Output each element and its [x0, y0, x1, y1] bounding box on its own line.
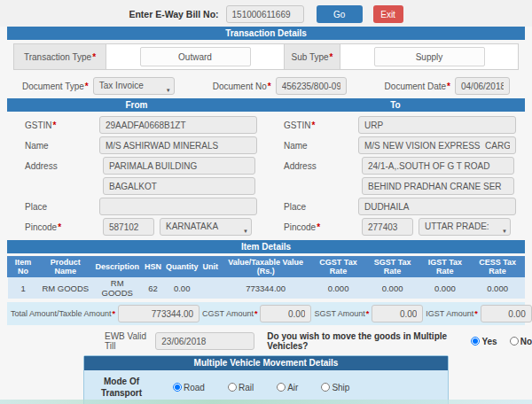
yes-radio[interactable] — [471, 337, 480, 346]
from-pincode-input[interactable] — [103, 218, 154, 236]
to-place-input[interactable] — [358, 198, 516, 215]
to-section: GSTIN Name Address Place Pincode — [266, 114, 525, 238]
from-to-columns: GSTIN Name Address Place Pincode — [7, 114, 525, 238]
to-state-select[interactable]: UTTAR PRADE: — [419, 218, 511, 236]
transaction-details-header: Transaction Details — [7, 27, 525, 40]
ewb-valid-row: EWB Valid Till Do you wish to move the g… — [105, 331, 532, 351]
sub-type-value: Supply — [374, 47, 485, 66]
mode-of-transport-label: Mode Of Transport — [93, 376, 150, 399]
mode-ship-option[interactable]: Ship — [321, 383, 349, 392]
rail-radio[interactable] — [228, 383, 237, 392]
from-address1-input[interactable] — [103, 157, 255, 175]
to-address-label: Address — [284, 161, 362, 171]
igst-amount-label: IGST Amount — [426, 309, 477, 318]
to-address1-input[interactable] — [362, 157, 514, 175]
total-amount-label: Total Amount/Taxble Amount — [11, 309, 115, 318]
sgst-amount-label: SGST Amount — [314, 309, 369, 318]
total-amount-input[interactable] — [118, 305, 200, 322]
to-name-input[interactable] — [358, 136, 516, 154]
transaction-type-value: Outward — [140, 47, 251, 66]
mode-of-transport-row: Mode Of Transport Road Rail Air Ship — [84, 370, 448, 400]
no-radio[interactable] — [510, 337, 519, 346]
col-product-name: Product Name — [39, 257, 93, 277]
multiple-vehicle-header: Multiple Vehicle Movement Details — [84, 356, 448, 370]
mode-road-option[interactable]: Road — [173, 383, 205, 392]
ewb-no-input[interactable] — [226, 5, 304, 23]
col-item-no: Item No — [8, 257, 39, 277]
multiple-vehicle-panel: Multiple Vehicle Movement Details Mode O… — [83, 355, 449, 404]
sgst-amount-input[interactable] — [372, 305, 423, 322]
multi-vehicle-question: Do you wish to move the goods in Multipl… — [267, 331, 451, 351]
ewb-valid-label: EWB Valid Till — [105, 331, 150, 351]
mode-rail-option[interactable]: Rail — [228, 383, 254, 392]
from-address2-input[interactable] — [103, 177, 255, 195]
col-description: Description — [92, 257, 142, 277]
item-table-header-row: Item No Product Name Description HSN Qua… — [8, 257, 525, 277]
document-no-input[interactable] — [276, 77, 347, 95]
col-igst: IGST Tax Rate — [419, 257, 471, 277]
to-place-label: Place — [284, 202, 358, 212]
bottom-divider — [0, 400, 532, 404]
document-row: Document Type Tax Invoice Document No Do… — [0, 74, 532, 98]
item-details-header: Item Details — [7, 240, 525, 253]
to-pincode-label: Pincode — [284, 222, 362, 232]
transaction-type-row: Transaction Type Outward Sub Type Supply — [13, 43, 519, 70]
to-address2-input[interactable] — [362, 177, 514, 195]
cgst-amount-input[interactable] — [260, 305, 311, 322]
to-pincode-input[interactable] — [362, 218, 413, 236]
document-type-label: Document Type — [22, 82, 89, 91]
document-type-select[interactable]: Tax Invoice — [93, 77, 175, 95]
to-gstin-label: GSTIN — [284, 120, 358, 130]
ewb-valid-input[interactable] — [155, 332, 254, 350]
from-section: GSTIN Name Address Place Pincode — [7, 114, 266, 238]
document-date-label: Document Date — [385, 82, 450, 91]
item-table: Item No Product Name Description HSN Qua… — [7, 256, 525, 299]
eway-bill-page: Enter E-Way Bill No: Go Exit Transaction… — [0, 0, 532, 404]
from-place-label: Place — [25, 202, 99, 212]
from-state-select[interactable]: KARNATAKA — [160, 218, 252, 236]
yes-radio-option[interactable]: Yes — [471, 337, 497, 346]
table-row: 1 RM GOODS RM GOODS 62 0.00 773344.00 0.… — [8, 277, 525, 299]
totals-row: Total Amount/Taxble Amount CGST Amount S… — [7, 302, 525, 325]
document-date-input[interactable] — [455, 77, 510, 95]
cgst-amount-label: CGST Amount — [202, 309, 257, 318]
from-header: From — [7, 98, 266, 112]
col-value: Value/Taxable Value (Rs.) — [220, 257, 310, 277]
from-name-input[interactable] — [99, 136, 257, 154]
to-name-label: Name — [284, 141, 358, 151]
sub-type-label: Sub Type — [284, 44, 340, 69]
from-name-label: Name — [25, 141, 99, 151]
transaction-type-label: Transaction Type — [14, 44, 106, 69]
from-to-header: From To — [7, 98, 525, 112]
from-pincode-label: Pincode — [25, 222, 103, 232]
exit-button[interactable]: Exit — [373, 5, 403, 23]
igst-amount-input[interactable] — [481, 305, 532, 322]
from-gstin-input[interactable] — [99, 116, 257, 134]
col-sgst: SGST Tax Rate — [365, 257, 419, 277]
from-place-input[interactable] — [99, 198, 257, 215]
to-header: To — [266, 98, 525, 112]
road-radio[interactable] — [173, 383, 182, 392]
from-address-label: Address — [25, 161, 103, 171]
col-cess: CESS Tax Rate — [471, 257, 525, 277]
ewb-search-bar: Enter E-Way Bill No: Go Exit — [0, 0, 532, 27]
col-hsn: HSN — [142, 257, 163, 277]
air-radio[interactable] — [277, 383, 286, 392]
ship-radio[interactable] — [321, 383, 330, 392]
go-button[interactable]: Go — [317, 5, 363, 23]
col-unit: Unit — [200, 257, 221, 277]
col-cgst: CGST Tax Rate — [311, 257, 365, 277]
ewb-no-label: Enter E-Way Bill No: — [129, 9, 218, 19]
to-gstin-input[interactable] — [358, 116, 516, 134]
document-no-label: Document No — [213, 82, 271, 91]
mode-air-option[interactable]: Air — [277, 383, 298, 392]
from-gstin-label: GSTIN — [25, 120, 99, 130]
col-quantity: Quantity — [163, 257, 200, 277]
no-radio-option[interactable]: No — [510, 337, 532, 346]
